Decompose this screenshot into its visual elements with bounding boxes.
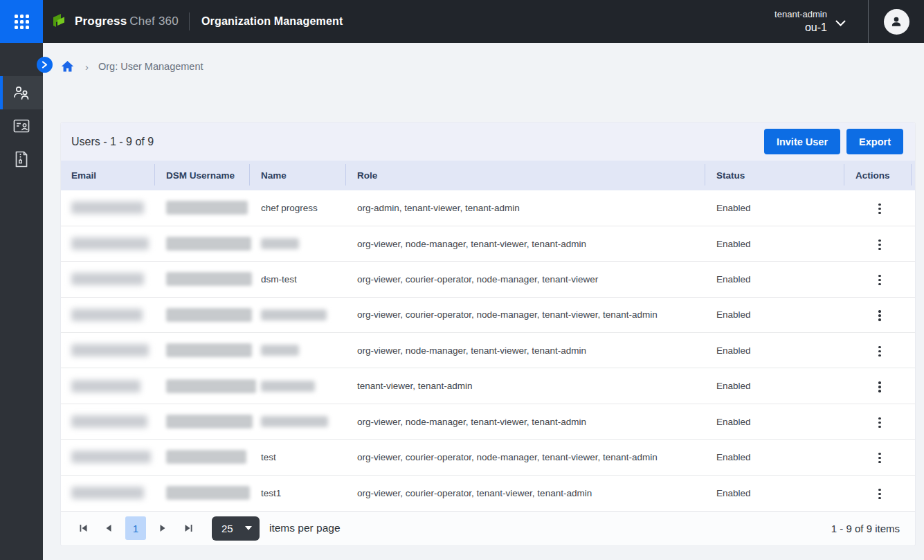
redacted-email <box>71 201 144 214</box>
redacted-dsm-username <box>166 486 250 500</box>
sidebar-item-roles[interactable] <box>0 109 43 143</box>
brand-logo: Progress Chef 360 <box>53 14 179 29</box>
row-actions-menu-button[interactable] <box>871 306 887 325</box>
dsm-username-cell <box>155 475 250 510</box>
row-actions-menu-button[interactable] <box>871 271 887 289</box>
actions-cell <box>844 440 915 475</box>
status-cell: Enabled <box>705 368 844 404</box>
name-cell: dsm-test <box>250 262 346 297</box>
page-size-select[interactable]: 25 <box>212 516 260 541</box>
chevron-down-icon[interactable] <box>835 17 846 30</box>
redacted-dsm-username <box>166 343 252 357</box>
dsm-username-cell <box>155 440 250 475</box>
redacted-email <box>71 415 147 428</box>
invite-user-button[interactable]: Invite User <box>764 129 840 154</box>
status-cell: Enabled <box>705 190 844 226</box>
redacted-dsm-username <box>166 379 256 393</box>
breadcrumb-separator: › <box>85 61 89 73</box>
table-row: test org-viewer, courier-operator, node-… <box>61 440 915 475</box>
actions-cell <box>844 262 915 297</box>
page-number-button[interactable]: 1 <box>125 516 146 540</box>
org-unit-label: ou-1 <box>805 20 827 35</box>
previous-page-button[interactable] <box>100 519 118 537</box>
dropdown-caret-icon <box>245 526 252 530</box>
dsm-username-cell <box>155 297 250 332</box>
email-cell <box>61 190 155 226</box>
status-cell: Enabled <box>705 475 844 510</box>
person-icon <box>889 15 903 28</box>
dsm-username-cell <box>155 262 250 297</box>
redacted-dsm-username <box>166 237 251 251</box>
chevron-right-icon <box>42 61 48 69</box>
role-cell: org-viewer, node-manager, tenant-viewer,… <box>346 333 705 368</box>
export-button[interactable]: Export <box>846 129 903 154</box>
actions-cell <box>844 190 915 226</box>
column-header-dsm-username: DSM Username <box>155 161 250 190</box>
users-icon <box>12 84 30 101</box>
sidebar-item-user-management[interactable] <box>0 76 43 109</box>
dsm-username-cell <box>155 404 250 439</box>
role-cell: org-viewer, courier-operator, node-manag… <box>346 262 705 297</box>
redacted-dsm-username <box>166 450 246 464</box>
pagination-bar: 1 25 items per page 1 - 9 of 9 items <box>61 511 915 545</box>
redacted-email <box>71 309 143 321</box>
users-table: Email DSM Username Name Role Status Acti… <box>61 161 915 511</box>
column-header-role: Role <box>346 161 705 190</box>
redacted-name <box>261 416 328 427</box>
chevron-right-icon <box>159 524 166 532</box>
sidebar-item-invoices[interactable] <box>0 143 43 176</box>
users-table-body: chef progress org-admin, tenant-viewer, … <box>61 190 915 511</box>
last-page-button[interactable] <box>179 519 197 537</box>
status-cell: Enabled <box>705 404 844 439</box>
user-avatar[interactable] <box>884 9 909 35</box>
next-page-button[interactable] <box>154 519 172 537</box>
role-cell: org-viewer, node-manager, tenant-viewer,… <box>346 226 705 261</box>
breadcrumb: › Org: User Management <box>61 60 203 73</box>
column-header-name: Name <box>250 161 346 190</box>
row-actions-menu-button[interactable] <box>871 235 887 254</box>
redacted-email <box>71 273 144 285</box>
redacted-dsm-username <box>166 201 248 215</box>
role-cell: org-viewer, courier-operator, tenant-vie… <box>346 475 705 510</box>
table-row: test1 org-viewer, courier-operator, tena… <box>61 475 915 510</box>
email-cell <box>61 404 155 439</box>
user-name: test1 <box>261 488 281 498</box>
status-cell: Enabled <box>705 440 844 475</box>
users-count-title: Users - 1 - 9 of 9 <box>71 136 154 148</box>
redacted-email <box>71 451 151 463</box>
app-launcher-button[interactable] <box>0 0 43 43</box>
row-actions-menu-button[interactable] <box>871 413 887 432</box>
row-actions-menu-button[interactable] <box>871 377 887 396</box>
table-row: org-viewer, courier-operator, node-manag… <box>61 297 915 332</box>
column-header-actions: Actions <box>844 161 915 190</box>
chevron-left-icon <box>105 524 112 532</box>
row-actions-menu-button[interactable] <box>871 342 887 361</box>
sidebar <box>0 43 43 560</box>
row-actions-menu-button[interactable] <box>871 449 887 467</box>
role-cell: org-admin, tenant-viewer, tenant-admin <box>346 190 705 226</box>
home-icon[interactable] <box>61 60 74 73</box>
user-name: test <box>261 452 276 462</box>
last-page-icon <box>184 524 193 532</box>
role-cell: org-viewer, node-manager, tenant-viewer,… <box>346 404 705 439</box>
name-cell <box>250 368 346 404</box>
column-header-status: Status <box>705 161 844 190</box>
tenant-role-label: tenant-admin <box>774 8 827 20</box>
tenant-selector[interactable]: tenant-admin ou-1 <box>774 8 827 35</box>
email-cell <box>61 226 155 261</box>
first-page-button[interactable] <box>74 519 92 537</box>
row-actions-menu-button[interactable] <box>871 485 887 503</box>
status-cell: Enabled <box>705 333 844 368</box>
actions-cell <box>844 475 915 510</box>
topbar-brand-divider <box>189 12 190 30</box>
breadcrumb-current: Org: User Management <box>98 61 203 72</box>
row-actions-menu-button[interactable] <box>871 199 887 218</box>
actions-cell <box>844 368 915 404</box>
redacted-email <box>71 237 149 250</box>
name-cell: test <box>250 440 346 475</box>
id-card-icon <box>13 118 30 134</box>
role-cell: org-viewer, courier-operator, node-manag… <box>346 297 705 332</box>
user-name: chef progress <box>261 203 318 213</box>
redacted-name <box>261 309 327 320</box>
sidebar-expand-button[interactable] <box>37 57 53 73</box>
